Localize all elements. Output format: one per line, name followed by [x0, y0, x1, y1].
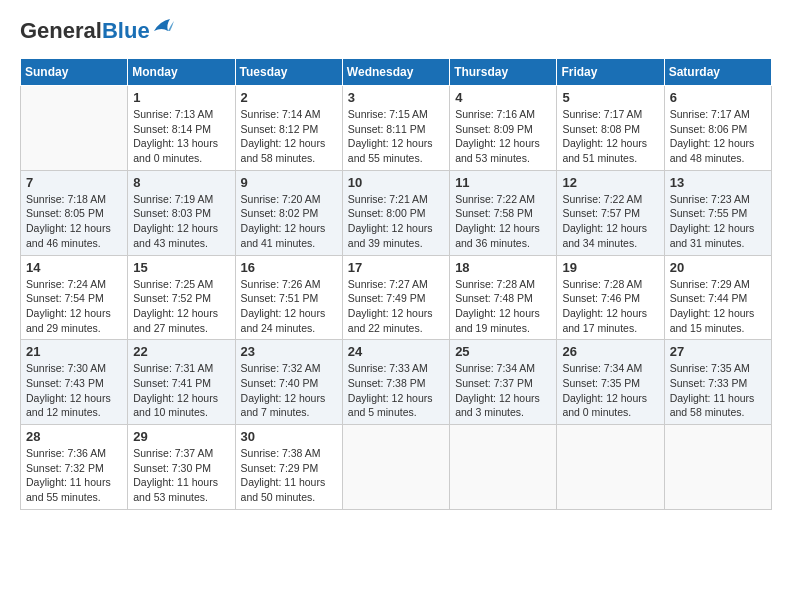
calendar-day-cell: 26Sunrise: 7:34 AMSunset: 7:35 PMDayligh… — [557, 340, 664, 425]
day-number: 28 — [26, 429, 122, 444]
calendar-day-cell: 14Sunrise: 7:24 AMSunset: 7:54 PMDayligh… — [21, 255, 128, 340]
day-info: Sunrise: 7:22 AMSunset: 7:58 PMDaylight:… — [455, 192, 551, 251]
calendar-week-row: 14Sunrise: 7:24 AMSunset: 7:54 PMDayligh… — [21, 255, 772, 340]
calendar-day-cell: 4Sunrise: 7:16 AMSunset: 8:09 PMDaylight… — [450, 86, 557, 171]
day-number: 22 — [133, 344, 229, 359]
calendar-day-cell: 25Sunrise: 7:34 AMSunset: 7:37 PMDayligh… — [450, 340, 557, 425]
day-number: 1 — [133, 90, 229, 105]
day-number: 17 — [348, 260, 444, 275]
calendar-day-cell: 11Sunrise: 7:22 AMSunset: 7:58 PMDayligh… — [450, 170, 557, 255]
day-number: 25 — [455, 344, 551, 359]
day-number: 16 — [241, 260, 337, 275]
day-info: Sunrise: 7:32 AMSunset: 7:40 PMDaylight:… — [241, 361, 337, 420]
day-info: Sunrise: 7:34 AMSunset: 7:37 PMDaylight:… — [455, 361, 551, 420]
calendar-day-cell: 17Sunrise: 7:27 AMSunset: 7:49 PMDayligh… — [342, 255, 449, 340]
calendar-day-cell: 24Sunrise: 7:33 AMSunset: 7:38 PMDayligh… — [342, 340, 449, 425]
calendar-day-cell: 18Sunrise: 7:28 AMSunset: 7:48 PMDayligh… — [450, 255, 557, 340]
day-info: Sunrise: 7:15 AMSunset: 8:11 PMDaylight:… — [348, 107, 444, 166]
page-header: GeneralBlue — [20, 20, 772, 42]
day-info: Sunrise: 7:21 AMSunset: 8:00 PMDaylight:… — [348, 192, 444, 251]
day-number: 18 — [455, 260, 551, 275]
calendar-week-row: 21Sunrise: 7:30 AMSunset: 7:43 PMDayligh… — [21, 340, 772, 425]
calendar-day-cell: 9Sunrise: 7:20 AMSunset: 8:02 PMDaylight… — [235, 170, 342, 255]
calendar-day-cell: 19Sunrise: 7:28 AMSunset: 7:46 PMDayligh… — [557, 255, 664, 340]
day-info: Sunrise: 7:16 AMSunset: 8:09 PMDaylight:… — [455, 107, 551, 166]
day-info: Sunrise: 7:20 AMSunset: 8:02 PMDaylight:… — [241, 192, 337, 251]
day-of-week-header: Monday — [128, 59, 235, 86]
calendar-table: SundayMondayTuesdayWednesdayThursdayFrid… — [20, 58, 772, 510]
calendar-day-cell: 13Sunrise: 7:23 AMSunset: 7:55 PMDayligh… — [664, 170, 771, 255]
day-number: 23 — [241, 344, 337, 359]
day-number: 7 — [26, 175, 122, 190]
day-info: Sunrise: 7:18 AMSunset: 8:05 PMDaylight:… — [26, 192, 122, 251]
calendar-day-cell: 7Sunrise: 7:18 AMSunset: 8:05 PMDaylight… — [21, 170, 128, 255]
day-number: 5 — [562, 90, 658, 105]
day-number: 9 — [241, 175, 337, 190]
calendar-day-cell — [664, 425, 771, 510]
day-info: Sunrise: 7:17 AMSunset: 8:06 PMDaylight:… — [670, 107, 766, 166]
calendar-day-cell: 16Sunrise: 7:26 AMSunset: 7:51 PMDayligh… — [235, 255, 342, 340]
day-number: 8 — [133, 175, 229, 190]
calendar-day-cell: 5Sunrise: 7:17 AMSunset: 8:08 PMDaylight… — [557, 86, 664, 171]
day-number: 11 — [455, 175, 551, 190]
day-info: Sunrise: 7:26 AMSunset: 7:51 PMDaylight:… — [241, 277, 337, 336]
day-info: Sunrise: 7:29 AMSunset: 7:44 PMDaylight:… — [670, 277, 766, 336]
day-of-week-header: Thursday — [450, 59, 557, 86]
calendar-day-cell: 2Sunrise: 7:14 AMSunset: 8:12 PMDaylight… — [235, 86, 342, 171]
day-info: Sunrise: 7:36 AMSunset: 7:32 PMDaylight:… — [26, 446, 122, 505]
day-info: Sunrise: 7:33 AMSunset: 7:38 PMDaylight:… — [348, 361, 444, 420]
day-number: 20 — [670, 260, 766, 275]
day-of-week-header: Friday — [557, 59, 664, 86]
day-info: Sunrise: 7:14 AMSunset: 8:12 PMDaylight:… — [241, 107, 337, 166]
day-info: Sunrise: 7:13 AMSunset: 8:14 PMDaylight:… — [133, 107, 229, 166]
day-info: Sunrise: 7:27 AMSunset: 7:49 PMDaylight:… — [348, 277, 444, 336]
day-info: Sunrise: 7:24 AMSunset: 7:54 PMDaylight:… — [26, 277, 122, 336]
calendar-day-cell: 22Sunrise: 7:31 AMSunset: 7:41 PMDayligh… — [128, 340, 235, 425]
day-of-week-header: Saturday — [664, 59, 771, 86]
day-info: Sunrise: 7:37 AMSunset: 7:30 PMDaylight:… — [133, 446, 229, 505]
day-info: Sunrise: 7:31 AMSunset: 7:41 PMDaylight:… — [133, 361, 229, 420]
day-number: 14 — [26, 260, 122, 275]
calendar-day-cell: 12Sunrise: 7:22 AMSunset: 7:57 PMDayligh… — [557, 170, 664, 255]
day-info: Sunrise: 7:35 AMSunset: 7:33 PMDaylight:… — [670, 361, 766, 420]
day-info: Sunrise: 7:30 AMSunset: 7:43 PMDaylight:… — [26, 361, 122, 420]
logo-text: GeneralBlue — [20, 20, 150, 42]
day-number: 29 — [133, 429, 229, 444]
day-number: 6 — [670, 90, 766, 105]
day-number: 30 — [241, 429, 337, 444]
calendar-day-cell: 15Sunrise: 7:25 AMSunset: 7:52 PMDayligh… — [128, 255, 235, 340]
calendar-day-cell: 23Sunrise: 7:32 AMSunset: 7:40 PMDayligh… — [235, 340, 342, 425]
day-number: 21 — [26, 344, 122, 359]
day-of-week-header: Tuesday — [235, 59, 342, 86]
calendar-day-cell: 3Sunrise: 7:15 AMSunset: 8:11 PMDaylight… — [342, 86, 449, 171]
day-of-week-header: Sunday — [21, 59, 128, 86]
calendar-week-row: 7Sunrise: 7:18 AMSunset: 8:05 PMDaylight… — [21, 170, 772, 255]
day-info: Sunrise: 7:22 AMSunset: 7:57 PMDaylight:… — [562, 192, 658, 251]
day-info: Sunrise: 7:28 AMSunset: 7:46 PMDaylight:… — [562, 277, 658, 336]
day-info: Sunrise: 7:23 AMSunset: 7:55 PMDaylight:… — [670, 192, 766, 251]
day-number: 15 — [133, 260, 229, 275]
calendar-day-cell: 1Sunrise: 7:13 AMSunset: 8:14 PMDaylight… — [128, 86, 235, 171]
day-info: Sunrise: 7:19 AMSunset: 8:03 PMDaylight:… — [133, 192, 229, 251]
logo-bird-icon — [152, 17, 174, 37]
calendar-day-cell: 10Sunrise: 7:21 AMSunset: 8:00 PMDayligh… — [342, 170, 449, 255]
calendar-day-cell: 20Sunrise: 7:29 AMSunset: 7:44 PMDayligh… — [664, 255, 771, 340]
calendar-week-row: 28Sunrise: 7:36 AMSunset: 7:32 PMDayligh… — [21, 425, 772, 510]
day-number: 13 — [670, 175, 766, 190]
day-number: 3 — [348, 90, 444, 105]
day-of-week-header: Wednesday — [342, 59, 449, 86]
calendar-day-cell — [557, 425, 664, 510]
day-number: 26 — [562, 344, 658, 359]
calendar-day-cell — [450, 425, 557, 510]
calendar-header-row: SundayMondayTuesdayWednesdayThursdayFrid… — [21, 59, 772, 86]
calendar-day-cell: 28Sunrise: 7:36 AMSunset: 7:32 PMDayligh… — [21, 425, 128, 510]
calendar-week-row: 1Sunrise: 7:13 AMSunset: 8:14 PMDaylight… — [21, 86, 772, 171]
logo: GeneralBlue — [20, 20, 174, 42]
day-number: 19 — [562, 260, 658, 275]
calendar-day-cell — [342, 425, 449, 510]
day-number: 12 — [562, 175, 658, 190]
day-info: Sunrise: 7:38 AMSunset: 7:29 PMDaylight:… — [241, 446, 337, 505]
calendar-day-cell: 27Sunrise: 7:35 AMSunset: 7:33 PMDayligh… — [664, 340, 771, 425]
day-info: Sunrise: 7:25 AMSunset: 7:52 PMDaylight:… — [133, 277, 229, 336]
calendar-day-cell: 30Sunrise: 7:38 AMSunset: 7:29 PMDayligh… — [235, 425, 342, 510]
